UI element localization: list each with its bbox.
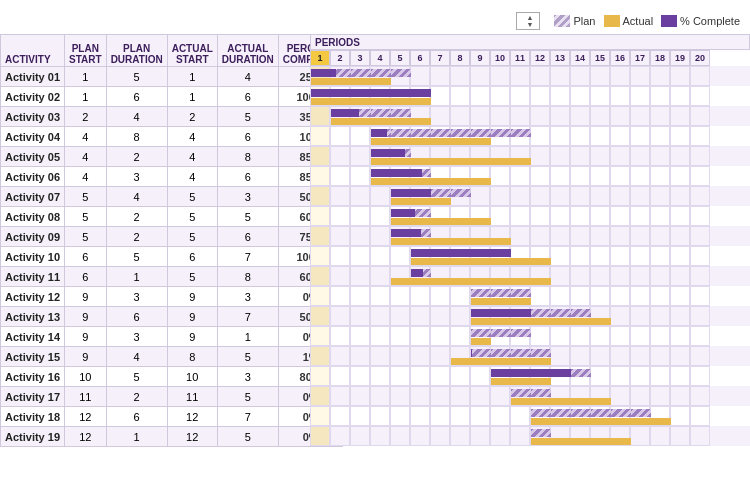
plan-duration-val: 8	[106, 127, 167, 147]
legend-pct-label: % Complete	[680, 15, 740, 27]
gantt-cell	[650, 426, 670, 446]
gantt-cell	[450, 406, 470, 426]
gantt-cell	[410, 106, 430, 126]
gantt-row	[310, 226, 750, 246]
gantt-cell	[450, 86, 470, 106]
pct-bar	[371, 89, 391, 97]
gantt-cell	[330, 286, 350, 306]
plan-bar	[391, 69, 411, 77]
gantt-cell	[330, 126, 350, 146]
legend-actual: Actual	[604, 15, 654, 27]
gantt-cell	[330, 226, 350, 246]
gantt-cell	[370, 366, 390, 386]
gantt-cell	[690, 226, 710, 246]
period-spinner[interactable]: ▲ ▼	[527, 14, 534, 28]
gantt-cell	[490, 286, 510, 306]
gantt-cell	[590, 186, 610, 206]
gantt-cell	[610, 386, 630, 406]
gantt-cell	[650, 166, 670, 186]
gantt-period-header: 18	[650, 50, 670, 66]
actual-bar	[391, 178, 411, 185]
gantt-row	[310, 106, 750, 126]
header-controls: ▲ ▼ Plan Actual % Complete	[512, 12, 740, 30]
gantt-cell	[590, 426, 610, 446]
gantt-cell	[530, 166, 550, 186]
gantt-cell	[410, 206, 430, 226]
plan-duration-val: 2	[106, 207, 167, 227]
gantt-cell	[610, 166, 630, 186]
gantt-cell	[370, 186, 390, 206]
actual-bar	[571, 318, 591, 325]
actual-bar	[491, 318, 511, 325]
actual-bar	[591, 438, 611, 445]
actual-bar	[491, 278, 511, 285]
gantt-cell	[370, 126, 390, 146]
gantt-cell	[310, 66, 330, 86]
plan-bar	[531, 389, 551, 397]
gantt-cell	[590, 406, 610, 426]
gantt-cell	[490, 226, 510, 246]
actual-bar	[511, 378, 531, 385]
gantt-cell	[410, 226, 430, 246]
gantt-cell	[670, 266, 690, 286]
gantt-cell	[310, 286, 330, 306]
legend-plan: Plan	[554, 15, 595, 27]
gantt-cell	[310, 166, 330, 186]
actual-bar	[551, 418, 571, 425]
gantt-cell	[450, 306, 470, 326]
gantt-row	[310, 146, 750, 166]
gantt-cell	[550, 286, 570, 306]
activity-table: ACTIVITY PLANSTART PLANDURATION ACTUALST…	[0, 34, 310, 447]
legend-pct-swatch	[661, 15, 677, 27]
gantt-cell	[410, 326, 430, 346]
table-row: Activity 12 9 3 9 3 0%	[1, 287, 343, 307]
gantt-cell	[670, 106, 690, 126]
table-row: Activity 01 1 5 1 4 25%	[1, 67, 343, 87]
plan-start-val: 5	[65, 227, 107, 247]
gantt-cell	[310, 146, 330, 166]
pct-bar	[471, 309, 491, 317]
plan-start-val: 12	[65, 407, 107, 427]
gantt-row	[310, 366, 750, 386]
activity-name: Activity 19	[1, 427, 65, 447]
gantt-cell	[390, 146, 410, 166]
gantt-cell	[590, 286, 610, 306]
actual-bar	[551, 398, 571, 405]
spinner-down[interactable]: ▼	[527, 21, 534, 28]
gantt-cell	[470, 166, 490, 186]
gantt-cell	[510, 66, 530, 86]
period-highlight-box[interactable]: ▲ ▼	[516, 12, 541, 30]
actual-start-val: 11	[167, 387, 217, 407]
actual-bar	[571, 438, 591, 445]
gantt-cell	[410, 66, 430, 86]
gantt-cell	[470, 86, 490, 106]
actual-bar	[471, 218, 491, 225]
gantt-cell	[470, 386, 490, 406]
spinner-up[interactable]: ▲	[527, 14, 534, 21]
table-row: Activity 08 5 2 5 5 60%	[1, 207, 343, 227]
gantt-row	[310, 66, 750, 86]
gantt-cell	[490, 106, 510, 126]
actual-bar	[391, 238, 411, 245]
actual-bar	[531, 398, 551, 405]
gantt-period-header: 15	[590, 50, 610, 66]
table-row: Activity 18 12 6 12 7 0%	[1, 407, 343, 427]
gantt-period-header: 10	[490, 50, 510, 66]
gantt-cell	[390, 426, 410, 446]
gantt-cell	[330, 406, 350, 426]
gantt-cell	[450, 346, 470, 366]
plan-start-val: 5	[65, 187, 107, 207]
gantt-cell	[350, 326, 370, 346]
gantt-cell	[570, 206, 590, 226]
gantt-cell	[510, 326, 530, 346]
gantt-cell	[530, 206, 550, 226]
gantt-cell	[310, 86, 330, 106]
gantt-cell	[330, 66, 350, 86]
gantt-cell	[330, 206, 350, 226]
gantt-cell	[410, 86, 430, 106]
gantt-cell	[590, 306, 610, 326]
actual-bar	[491, 258, 511, 265]
gantt-cell	[670, 146, 690, 166]
plan-start-val: 9	[65, 347, 107, 367]
plan-bar	[571, 409, 591, 417]
